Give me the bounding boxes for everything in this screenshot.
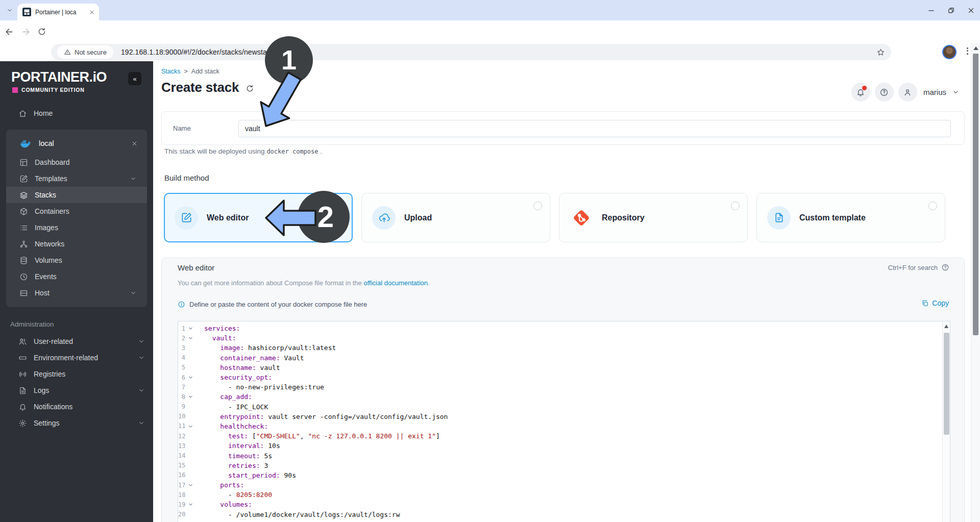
fold-chevron-icon[interactable]	[185, 502, 195, 507]
help-icon	[879, 88, 889, 97]
chevron-down-icon	[138, 387, 145, 394]
notifications-button[interactable]	[851, 83, 870, 102]
sidebar-item-containers[interactable]: Containers	[6, 203, 147, 219]
code-line[interactable]: 12 test: ["CMD-SHELL", "nc -z 127.0.0.1 …	[178, 431, 950, 441]
close-environment-icon[interactable]	[131, 140, 138, 147]
sidebar-item-networks[interactable]: Networks	[6, 236, 147, 252]
page-scrollbar[interactable]	[971, 43, 980, 522]
bookmark-star-icon[interactable]	[876, 48, 885, 57]
code-line[interactable]: 15 retries: 3	[178, 461, 950, 470]
sidebar-item-dashboard[interactable]: Dashboard	[6, 154, 147, 170]
code-line[interactable]: 19 volumes:	[178, 500, 950, 509]
code-line[interactable]: 9 - IPC_LOCK	[178, 402, 950, 412]
page-scrollbar-thumb[interactable]	[973, 54, 978, 335]
sidebar-item-templates[interactable]: Templates	[6, 170, 147, 187]
sidebar-item-settings[interactable]: Settings	[0, 415, 153, 431]
server-icon	[19, 289, 28, 297]
code-line[interactable]: 13 interval: 10s	[178, 441, 950, 451]
fold-chevron-icon[interactable]	[185, 375, 195, 380]
scroll-up-arrow-icon[interactable]	[944, 325, 948, 328]
breadcrumb-stacks-link[interactable]: Stacks	[161, 68, 181, 75]
url-text[interactable]: 192.168.1.18:9000/#!/2/docker/stacks/new…	[121, 48, 274, 56]
document-icon	[767, 206, 791, 230]
users-icon	[18, 337, 27, 346]
username[interactable]: marius	[923, 88, 946, 96]
name-label: Name	[173, 125, 191, 132]
code-line[interactable]: 6 security_opt:	[178, 372, 950, 382]
refresh-icon[interactable]	[246, 84, 254, 93]
browser-menu-icon[interactable]	[964, 46, 971, 56]
radio-unselected-icon[interactable]	[533, 202, 542, 210]
official-documentation-link[interactable]: official documentation	[363, 279, 428, 287]
close-window-icon[interactable]	[967, 7, 975, 14]
code-line[interactable]: 17 ports:	[178, 480, 950, 490]
sidebar-item-volumes[interactable]: Volumes	[6, 252, 147, 268]
code-line[interactable]: 20 - /volume1/docker/vault/logs:/vault/l…	[178, 510, 950, 519]
drive-icon	[18, 354, 27, 362]
selected-check-icon	[335, 201, 345, 211]
help-button[interactable]	[875, 83, 894, 102]
help-icon[interactable]	[941, 263, 949, 271]
code-line[interactable]: 18 - 8205:8200	[178, 490, 950, 500]
user-button[interactable]	[898, 83, 917, 102]
stack-name-input[interactable]	[238, 120, 951, 137]
sidebar-item-notifications[interactable]: Notifications	[0, 399, 153, 415]
minimize-icon[interactable]	[927, 7, 935, 14]
editor-scrollbar-thumb[interactable]	[944, 333, 949, 435]
restore-icon[interactable]	[947, 7, 955, 14]
build-method-custom-template[interactable]: Custom template	[756, 193, 945, 242]
docker-whale-icon	[19, 138, 31, 150]
sidebar-item-images[interactable]: Images	[6, 219, 147, 236]
sidebar-item-host[interactable]: Host	[6, 285, 147, 301]
not-secure-badge[interactable]: Not secure	[57, 45, 113, 59]
code-text: timeout: 5s	[195, 452, 272, 460]
code-line[interactable]: 3 image: hashicorp/vault:latest	[178, 343, 950, 353]
tab-search-icon[interactable]	[6, 7, 13, 14]
copy-icon	[921, 300, 929, 307]
profile-avatar[interactable]	[942, 45, 957, 59]
code-line[interactable]: 16 start_period: 90s	[178, 470, 950, 480]
fold-chevron-icon[interactable]	[185, 336, 195, 340]
close-tab-icon[interactable]	[89, 9, 95, 15]
sidebar-item-user-related[interactable]: User-related	[0, 333, 153, 350]
radio-unselected-icon[interactable]	[928, 202, 937, 210]
editor-scrollbar[interactable]	[942, 321, 950, 522]
code-line[interactable]: 1services:	[178, 324, 950, 333]
fold-chevron-icon[interactable]	[185, 424, 195, 429]
code-line[interactable]: 11 healthcheck:	[178, 421, 950, 431]
back-icon[interactable]	[5, 27, 14, 37]
home-icon	[18, 109, 27, 118]
code-line[interactable]: 8 cap_add:	[178, 392, 950, 402]
sidebar-item-stacks[interactable]: Stacks	[6, 187, 147, 203]
radio-unselected-icon[interactable]	[731, 202, 740, 210]
fold-chevron-icon[interactable]	[185, 326, 195, 331]
code-line[interactable]: 7 - no-new-privileges:true	[178, 382, 950, 392]
reload-icon[interactable]	[37, 27, 46, 36]
url-bar[interactable]: Not secure 192.168.1.18:9000/#!/2/docker…	[51, 44, 891, 60]
collapse-sidebar-icon[interactable]: «	[128, 72, 141, 85]
build-method-repository[interactable]: Repository	[559, 193, 748, 242]
build-method-upload[interactable]: Upload	[361, 193, 550, 242]
code-line[interactable]: 14 timeout: 5s	[178, 451, 950, 460]
browser-tab[interactable]: Portainer | loca	[17, 4, 99, 20]
code-line[interactable]: 4 container_name: Vault	[178, 353, 950, 363]
fold-chevron-icon[interactable]	[185, 483, 195, 487]
code-line[interactable]: 2 vault:	[178, 333, 950, 343]
fold-chevron-icon[interactable]	[185, 394, 195, 399]
sidebar-item-registries[interactable]: Registries	[0, 366, 153, 382]
environment-header[interactable]: local	[6, 133, 147, 154]
chevron-down-icon	[138, 354, 145, 361]
code-line[interactable]: 5 hostname: vault	[178, 363, 950, 372]
build-method-web-editor[interactable]: Web editor	[164, 193, 353, 242]
sidebar-item-logs[interactable]: Logs	[0, 382, 153, 399]
copy-button[interactable]: Copy	[921, 299, 949, 307]
line-number: 20	[178, 511, 185, 518]
chevron-down-icon[interactable]	[952, 88, 960, 96]
sidebar-item-home[interactable]: Home	[0, 105, 153, 121]
sidebar-item-environment-related[interactable]: Environment-related	[0, 350, 153, 366]
scroll-up-arrow-icon[interactable]	[973, 46, 978, 50]
sidebar-item-events[interactable]: Events	[6, 268, 147, 285]
forward-icon[interactable]	[21, 27, 31, 37]
code-line[interactable]: 10 entrypoint: vault server -config=/vau…	[178, 412, 950, 421]
code-editor[interactable]: 1services:2 vault:3 image: hashicorp/vau…	[178, 321, 950, 522]
